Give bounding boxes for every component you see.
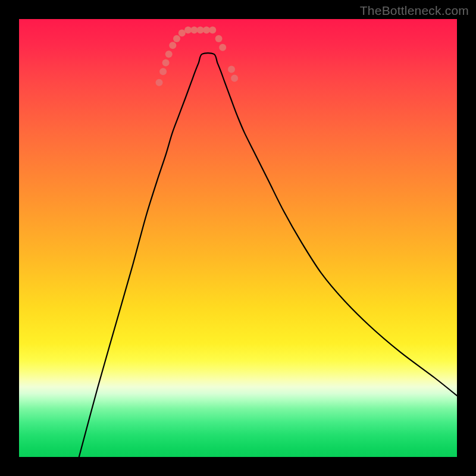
curve-marker (169, 42, 176, 49)
curve-marker (231, 74, 238, 82)
curve-marker (184, 26, 192, 33)
chart-frame: TheBottleneck.com (0, 0, 476, 476)
chart-svg (19, 19, 457, 457)
chart-plot-area (19, 19, 457, 457)
curve-marker (228, 66, 235, 73)
curve-marker (197, 26, 204, 33)
curve-marker (219, 44, 226, 51)
curve-marker (162, 60, 170, 67)
watermark-text: TheBottleneck.com (360, 4, 469, 18)
curve-marker (159, 68, 167, 75)
curve-marker (190, 26, 198, 33)
curve-markers (156, 26, 239, 86)
curve-marker (203, 26, 210, 33)
bottleneck-curve (79, 53, 457, 457)
curve-marker (209, 26, 216, 33)
curve-marker (178, 30, 186, 37)
curve-marker (156, 79, 163, 86)
curve-marker (165, 51, 173, 58)
curve-marker (215, 35, 223, 42)
curve-marker (173, 35, 180, 42)
